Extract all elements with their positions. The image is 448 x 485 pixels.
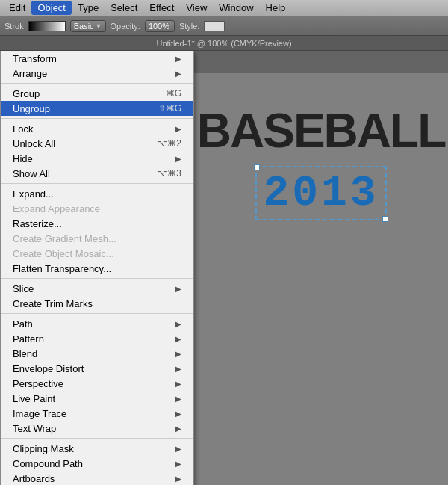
- menu-item-live-paint[interactable]: Live Paint ▶: [1, 391, 193, 406]
- unlock-shortcut: ⌥⌘2: [157, 138, 181, 149]
- year-text: 2013: [255, 166, 386, 220]
- menu-item-lock[interactable]: Lock ▶: [1, 121, 193, 136]
- menubar-type[interactable]: Type: [72, 1, 105, 15]
- group-shortcut: ⌘G: [166, 88, 181, 99]
- submenu-arrow-icon: ▶: [175, 460, 181, 468]
- menu-item-envelope-distort[interactable]: Envelope Distort ▶: [1, 361, 193, 376]
- menu-item-show-all[interactable]: Show All ⌥⌘3: [1, 166, 193, 181]
- show-all-shortcut: ⌥⌘3: [157, 168, 181, 179]
- menubar-select[interactable]: Select: [105, 1, 143, 15]
- menu-item-perspective[interactable]: Perspective ▶: [1, 376, 193, 391]
- submenu-arrow-icon: ▶: [175, 69, 181, 78]
- canvas: BASEBALL 2013: [194, 73, 448, 485]
- submenu-arrow-icon: ▶: [175, 285, 181, 293]
- menubar: Edit Object Type Select Effect View Wind…: [0, 0, 448, 16]
- menubar-help[interactable]: Help: [260, 1, 292, 15]
- object-menu-dropdown: Transform ▶ Arrange ▶ Group ⌘G Ungroup ⇧…: [0, 51, 194, 485]
- submenu-arrow-icon: ▶: [175, 475, 181, 483]
- menu-item-hide[interactable]: Hide ▶: [1, 151, 193, 166]
- separator-3: [1, 183, 193, 184]
- menu-item-arrange[interactable]: Arrange ▶: [1, 66, 193, 81]
- menubar-window[interactable]: Window: [213, 1, 259, 15]
- document-title: Untitled-1* @ 100% (CMYK/Preview): [156, 39, 291, 48]
- submenu-arrow-icon: ▶: [175, 445, 181, 453]
- submenu-arrow-icon: ▶: [175, 335, 181, 343]
- menu-item-flatten-transparency[interactable]: Flatten Transparency...: [1, 261, 193, 276]
- submenu-arrow-icon: ▶: [175, 395, 181, 403]
- menu-item-text-wrap[interactable]: Text Wrap ▶: [1, 421, 193, 436]
- submenu-arrow-icon: ▶: [175, 410, 181, 418]
- style-label: Style:: [179, 22, 200, 31]
- separator-1: [1, 83, 193, 84]
- menu-item-rasterize[interactable]: Rasterize...: [1, 216, 193, 231]
- menu-item-unlock-all[interactable]: Unlock All ⌥⌘2: [1, 136, 193, 151]
- submenu-arrow-icon: ▶: [175, 380, 181, 388]
- menu-item-transform[interactable]: Transform ▶: [1, 51, 193, 66]
- menu-item-artboards[interactable]: Artboards ▶: [1, 471, 193, 485]
- menu-item-clipping-mask[interactable]: Clipping Mask ▶: [1, 441, 193, 456]
- menubar-object[interactable]: Object: [31, 1, 72, 15]
- menubar-edit[interactable]: Edit: [3, 1, 31, 15]
- dropdown-menu: Transform ▶ Arrange ▶ Group ⌘G Ungroup ⇧…: [0, 51, 194, 485]
- menu-item-group[interactable]: Group ⌘G: [1, 86, 193, 101]
- menubar-effect[interactable]: Effect: [143, 1, 180, 15]
- ungroup-shortcut: ⇧⌘G: [158, 103, 181, 114]
- separator-4: [1, 278, 193, 279]
- menu-item-blend[interactable]: Blend ▶: [1, 346, 193, 361]
- menu-item-ungroup[interactable]: Ungroup ⇧⌘G: [1, 101, 193, 116]
- menu-item-image-trace[interactable]: Image Trace ▶: [1, 406, 193, 421]
- menu-item-object-mosaic: Create Object Mosaic...: [1, 246, 193, 261]
- basic-arrow-icon: ▼: [96, 22, 102, 30]
- toolbar: Strok Basic ▼ Opacity: 100% Style:: [0, 16, 448, 36]
- content-area: BASEBALL 2013 Transform ▶ Arrange ▶ Grou…: [0, 51, 448, 485]
- opacity-label: Opacity:: [111, 22, 140, 31]
- submenu-arrow-icon: ▶: [175, 55, 181, 63]
- menu-item-slice[interactable]: Slice ▶: [1, 281, 193, 296]
- opacity-field[interactable]: 100%: [145, 20, 175, 32]
- menu-item-expand-appearance: Expand Appearance: [1, 201, 193, 216]
- menubar-view[interactable]: View: [180, 1, 213, 15]
- separator-2: [1, 118, 193, 119]
- menu-item-pattern[interactable]: Pattern ▶: [1, 331, 193, 346]
- basic-select[interactable]: Basic ▼: [70, 20, 106, 32]
- submenu-arrow-icon: ▶: [175, 155, 181, 163]
- submenu-arrow-icon: ▶: [175, 350, 181, 358]
- menu-item-path[interactable]: Path ▶: [1, 316, 193, 331]
- submenu-arrow-icon: ▶: [175, 424, 181, 433]
- menu-item-trim-marks[interactable]: Create Trim Marks: [1, 296, 193, 311]
- separator-6: [1, 438, 193, 439]
- separator-5: [1, 313, 193, 314]
- menu-item-compound-path[interactable]: Compound Path ▶: [1, 456, 193, 471]
- menu-item-gradient-mesh: Create Gradient Mesh...: [1, 231, 193, 246]
- submenu-arrow-icon: ▶: [175, 125, 181, 133]
- baseball-text: BASEBALL: [197, 103, 445, 158]
- title-area: Untitled-1* @ 100% (CMYK/Preview): [0, 36, 448, 51]
- submenu-arrow-icon: ▶: [175, 365, 181, 373]
- menu-item-expand[interactable]: Expand...: [1, 186, 193, 201]
- submenu-arrow-icon: ▶: [175, 320, 181, 328]
- stroke-label: Strok: [4, 22, 24, 31]
